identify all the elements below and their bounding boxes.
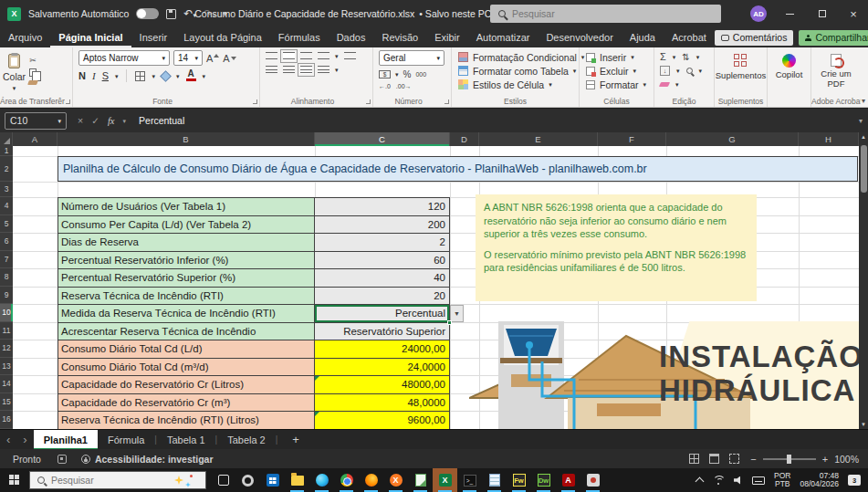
page-layout-view-icon[interactable]: [709, 454, 719, 464]
spreadsheet-grid[interactable]: Planilha de Cálculo de Consumo Diário de…: [13, 146, 859, 429]
align-center-icon[interactable]: [283, 66, 295, 74]
row-label-cell[interactable]: Percentual Reservatório Superior (%): [58, 269, 315, 288]
taskbar-search-input[interactable]: [51, 475, 152, 486]
tab-layout-da-pagina[interactable]: Layout da Página: [175, 27, 270, 47]
add-sheet-icon[interactable]: +: [292, 433, 299, 446]
save-icon[interactable]: [166, 9, 176, 19]
formula-input[interactable]: Percentual: [139, 115, 184, 126]
selected-cell-c10[interactable]: Percentual: [315, 305, 450, 323]
align-middle-icon[interactable]: [283, 52, 295, 60]
vertical-scrollbar[interactable]: ▲ ▼: [859, 132, 868, 429]
row-header[interactable]: 4: [0, 197, 13, 215]
sheet-title-cell[interactable]: Planilha de Cálculo de Consumo Diário de…: [58, 156, 858, 182]
dreamweaver-button[interactable]: Dw: [531, 468, 556, 492]
row-header-selected[interactable]: 10: [0, 304, 13, 322]
row-label-cell[interactable]: Percentual Reservatório Inferior (%): [58, 252, 315, 270]
sheet-tab-tabela2[interactable]: Tabela 2: [217, 430, 276, 450]
row-label-cell[interactable]: Consumo Diário Total Cd (m³/d): [58, 359, 315, 377]
cut-icon[interactable]: ✂: [29, 57, 37, 65]
expand-formula-bar-icon[interactable]: ▾: [859, 117, 863, 125]
dialog-launcher-icon[interactable]: [366, 99, 371, 104]
row-header[interactable]: 16: [0, 411, 13, 429]
chevron-down-icon[interactable]: ▾: [395, 71, 399, 78]
scrollbar-thumb[interactable]: [861, 145, 867, 193]
dialog-launcher-icon[interactable]: [253, 99, 257, 104]
tab-formulas[interactable]: Fórmulas: [270, 27, 329, 47]
row-value-cell[interactable]: 24,0000: [315, 359, 450, 377]
sort-filter-icon[interactable]: ⇅: [682, 53, 689, 62]
page-break-view-icon[interactable]: [729, 454, 739, 464]
fill-icon[interactable]: ↓: [660, 66, 670, 76]
tab-desenvolvedor[interactable]: Desenvolvedor: [538, 27, 621, 47]
row-label-cell[interactable]: Dias de Reserva: [58, 234, 315, 252]
delete-cells-button[interactable]: Excluir▾: [580, 64, 654, 78]
sheet-nav-right-icon[interactable]: ›: [16, 433, 33, 446]
sheet-tab-tabela1[interactable]: Tabela 1: [157, 430, 215, 450]
format-cells-button[interactable]: Formatar▾: [580, 78, 654, 91]
row-header[interactable]: 15: [0, 393, 13, 412]
row-value-cell[interactable]: 48,0000: [315, 394, 450, 413]
bold-button[interactable]: N: [78, 70, 86, 81]
chevron-down-icon[interactable]: ▾: [335, 67, 339, 73]
insert-cells-button[interactable]: Inserir▾: [580, 50, 654, 64]
chevron-down-icon[interactable]: ▾: [176, 73, 180, 79]
tab-acrobat[interactable]: Acrobat: [664, 27, 715, 47]
file-explorer-button[interactable]: [285, 468, 309, 492]
taskbar-search-box[interactable]: [29, 471, 206, 489]
row-label-cell[interactable]: Acrescentar Reserva Técnica de Incêndio: [58, 323, 315, 341]
create-pdf-button[interactable]: Crie um PDF: [811, 50, 861, 89]
fill-color-icon[interactable]: [160, 70, 172, 82]
tab-revisao[interactable]: Revisão: [373, 27, 426, 47]
close-button[interactable]: ×: [838, 0, 868, 27]
chevron-down-icon[interactable]: ▾: [335, 53, 339, 59]
search-input[interactable]: [512, 8, 676, 19]
minimize-button[interactable]: [774, 0, 805, 27]
row-label-cell[interactable]: Capacidade do Reservatório Cr (m³): [58, 394, 315, 413]
acrobat-button[interactable]: A: [556, 468, 580, 492]
sheet-tab-planilha1[interactable]: Planilha1: [34, 430, 98, 450]
align-top-icon[interactable]: [266, 52, 277, 60]
firefox-button[interactable]: [359, 468, 383, 492]
row-header[interactable]: 12: [0, 340, 13, 358]
number-format-select[interactable]: Geral▾: [379, 50, 444, 66]
borders-icon[interactable]: [135, 71, 145, 81]
autosave-toggle[interactable]: [136, 8, 159, 19]
row-header[interactable]: 1: [0, 146, 13, 156]
row-value-cell[interactable]: 48000,00: [315, 376, 450, 394]
row-header[interactable]: 6: [0, 233, 13, 251]
copilot-button[interactable]: Copilot: [768, 50, 810, 80]
row-header[interactable]: 8: [0, 268, 13, 287]
font-color-button[interactable]: A: [186, 70, 196, 81]
enter-icon[interactable]: ✓: [91, 115, 99, 126]
conditional-formatting-button[interactable]: Formatação Condicional▾: [452, 50, 579, 64]
column-header-a[interactable]: A: [13, 132, 58, 146]
misc-app-button[interactable]: [580, 468, 605, 492]
excel-app-icon[interactable]: X: [7, 7, 21, 21]
accounting-format-icon[interactable]: $: [379, 70, 391, 79]
avatar[interactable]: AD: [750, 5, 767, 22]
chrome-button[interactable]: [334, 468, 359, 492]
zoom-in-icon[interactable]: +: [822, 454, 828, 465]
xampp-button[interactable]: X: [383, 468, 408, 492]
decrease-decimal-button[interactable]: .00→: [396, 83, 412, 89]
row-value-cell[interactable]: 9600,00: [315, 412, 450, 429]
chevron-down-icon[interactable]: ▾: [123, 118, 127, 124]
start-button[interactable]: [0, 468, 29, 492]
row-header[interactable]: 7: [0, 251, 13, 269]
column-header-b[interactable]: B: [58, 132, 315, 146]
row-value-cell[interactable]: 24000,00: [315, 340, 450, 359]
sheet-tab-formula[interactable]: Fórmula: [98, 430, 154, 450]
chevron-down-icon[interactable]: ▾: [152, 73, 155, 79]
scroll-down-icon[interactable]: ▼: [859, 422, 868, 427]
macro-record-icon[interactable]: [58, 455, 67, 464]
tab-inserir[interactable]: Inserir: [131, 27, 176, 47]
zoom-slider-thumb[interactable]: [787, 455, 791, 464]
clear-icon[interactable]: [659, 82, 670, 87]
copy-icon[interactable]: [29, 68, 37, 77]
column-header-d[interactable]: D: [450, 132, 479, 146]
row-header[interactable]: 3: [0, 182, 13, 197]
tab-automatizar[interactable]: Automatizar: [468, 27, 539, 47]
zoom-slider[interactable]: [763, 458, 816, 460]
percent-style-button[interactable]: %: [403, 69, 412, 79]
cancel-icon[interactable]: ×: [78, 115, 83, 126]
